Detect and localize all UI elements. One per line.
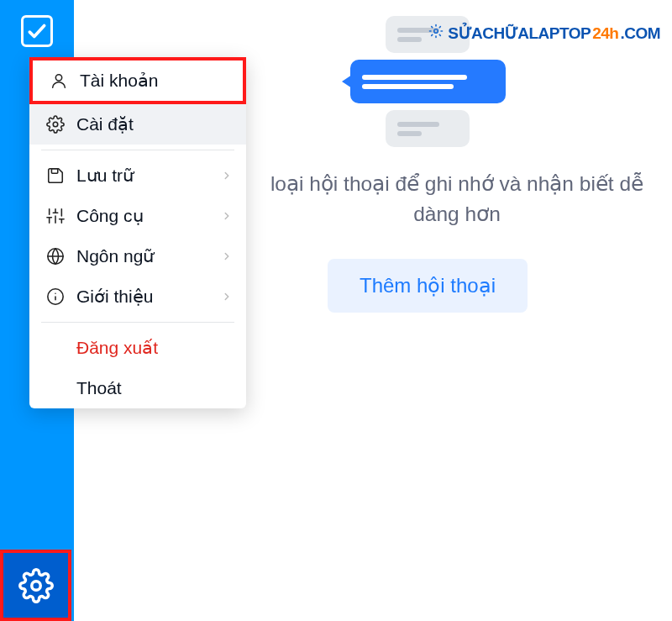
menu-item-language[interactable]: Ngôn ngữ xyxy=(29,236,246,276)
chat-bubble-decorative xyxy=(386,110,470,147)
todo-check-icon[interactable] xyxy=(21,15,53,47)
menu-item-label: Cài đặt xyxy=(76,114,134,134)
watermark-text: SỬACHỮALAPTOP xyxy=(448,24,591,43)
svg-point-1 xyxy=(434,29,438,34)
menu-item-exit[interactable]: Thoát xyxy=(29,368,246,408)
menu-item-label: Công cụ xyxy=(76,206,144,226)
gear-icon xyxy=(43,115,68,134)
chevron-right-icon xyxy=(221,206,233,226)
menu-item-account[interactable]: Tài khoản xyxy=(29,57,246,104)
svg-point-0 xyxy=(31,581,40,590)
menu-item-label: Thoát xyxy=(76,378,122,398)
menu-item-label: Ngôn ngữ xyxy=(76,246,154,266)
svg-point-2 xyxy=(55,75,61,81)
info-icon xyxy=(43,287,68,306)
menu-item-about[interactable]: Giới thiệu xyxy=(29,276,246,317)
menu-item-label: Lưu trữ xyxy=(76,166,134,186)
menu-item-label: Giới thiệu xyxy=(76,287,153,307)
sliders-icon xyxy=(43,207,68,225)
chevron-right-icon xyxy=(221,287,233,307)
chat-bubble-decorative xyxy=(350,60,506,103)
watermark-logo: SỬACHỮALAPTOP24h.com xyxy=(428,24,660,43)
globe-icon xyxy=(43,247,68,266)
settings-gear-button[interactable] xyxy=(0,550,71,621)
chevron-right-icon xyxy=(221,166,233,186)
gear-icon xyxy=(18,568,54,603)
watermark-text: 24h xyxy=(592,24,618,43)
menu-item-settings[interactable]: Cài đặt xyxy=(29,104,246,145)
menu-separator xyxy=(41,322,234,323)
save-icon xyxy=(43,166,68,185)
settings-menu: Tài khoản Cài đặt Lưu trữ Công cụ Ngôn n… xyxy=(29,57,246,408)
watermark-text: .com xyxy=(620,24,660,43)
chevron-right-icon xyxy=(221,246,233,266)
gear-icon xyxy=(428,24,444,43)
person-icon xyxy=(46,71,71,90)
menu-item-tools[interactable]: Công cụ xyxy=(29,196,246,236)
svg-point-3 xyxy=(53,122,58,127)
add-conversation-button[interactable]: Thêm hội thoại xyxy=(328,259,528,313)
menu-separator xyxy=(41,150,234,150)
menu-item-storage[interactable]: Lưu trữ xyxy=(29,155,246,196)
menu-item-label: Tài khoản xyxy=(80,71,159,91)
menu-item-label: Đăng xuất xyxy=(76,338,158,358)
menu-item-logout[interactable]: Đăng xuất xyxy=(29,328,246,368)
svg-rect-4 xyxy=(51,169,57,174)
